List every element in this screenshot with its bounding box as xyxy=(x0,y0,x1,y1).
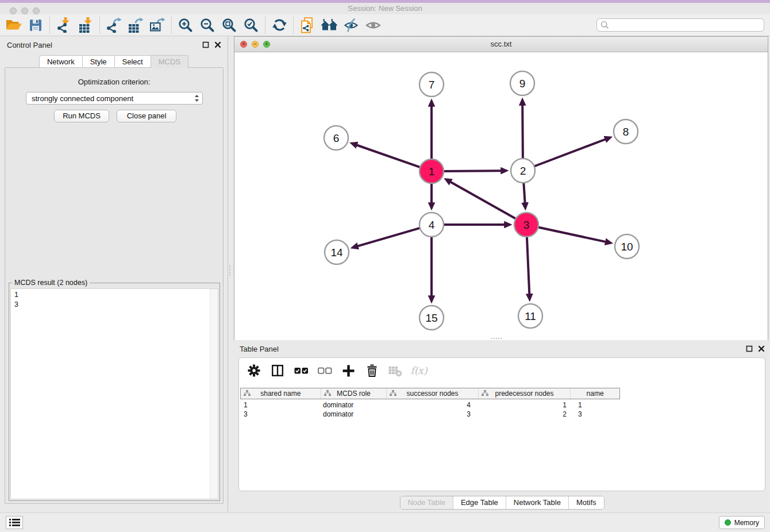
edge-2-8[interactable] xyxy=(534,140,606,167)
split-columns-button[interactable] xyxy=(270,363,286,379)
export-network-button[interactable] xyxy=(103,16,125,34)
search-box[interactable] xyxy=(596,18,764,32)
zoom-in-button[interactable] xyxy=(175,16,197,34)
hide-style-button[interactable] xyxy=(340,16,362,34)
cell-predecessor-nodes[interactable]: 1 xyxy=(479,400,571,410)
delete-column-button[interactable] xyxy=(364,363,380,379)
zoom-in-icon xyxy=(178,18,193,33)
open-folder-icon xyxy=(5,18,22,32)
close-panel-icon[interactable] xyxy=(214,41,222,49)
node-label: 4 xyxy=(429,219,435,231)
zoom-out-button[interactable] xyxy=(197,16,218,34)
node-8[interactable]: 8 xyxy=(614,119,638,144)
node-10[interactable]: 10 xyxy=(615,234,639,259)
edge-1-2[interactable] xyxy=(444,171,501,171)
node-7[interactable]: 7 xyxy=(419,72,444,97)
close-panel-button[interactable]: Close panel xyxy=(117,110,176,122)
memory-button[interactable]: Memory xyxy=(719,516,765,529)
edge-2-9[interactable] xyxy=(522,105,523,159)
node-4[interactable]: 4 xyxy=(419,213,444,237)
add-column-icon xyxy=(342,364,355,377)
cell-shared-name[interactable]: 3 xyxy=(240,410,321,419)
cell-mcds-role[interactable]: dominator xyxy=(321,400,387,410)
tab-style[interactable]: Style xyxy=(83,55,115,68)
refresh-button[interactable] xyxy=(268,16,290,34)
column-header-successor-nodes[interactable]: successor nodes xyxy=(387,388,479,399)
cell-shared-name[interactable]: 1 xyxy=(240,400,321,410)
settings-gear-button[interactable] xyxy=(246,363,262,379)
node-label: 1 xyxy=(429,165,435,178)
table-row[interactable]: 3dominator323 xyxy=(240,410,620,419)
column-header-name[interactable]: name xyxy=(571,388,619,399)
node-11[interactable]: 11 xyxy=(518,304,542,328)
float-table-panel-icon[interactable] xyxy=(745,345,753,353)
node-1[interactable]: 1 xyxy=(419,159,444,183)
cell-successor-nodes[interactable]: 3 xyxy=(387,410,479,419)
edge-3-10[interactable] xyxy=(538,228,606,242)
table-toolbar: f(x) xyxy=(239,358,765,383)
node-2[interactable]: 2 xyxy=(511,159,535,183)
edge-2-3[interactable] xyxy=(523,183,525,203)
clone-network-document-button[interactable] xyxy=(297,16,318,34)
column-header-predecessor-nodes[interactable]: predecessor nodes xyxy=(479,388,571,399)
homes-button[interactable] xyxy=(318,16,340,34)
node-15[interactable]: 15 xyxy=(419,306,444,330)
tab-select[interactable]: Select xyxy=(115,55,151,68)
application-window: Session: New Session Control Panel Netwo… xyxy=(0,0,770,532)
float-panel-icon[interactable] xyxy=(202,41,210,49)
eye-button[interactable] xyxy=(362,16,384,34)
import-table-button[interactable] xyxy=(75,16,97,34)
deselect-all-checkboxes-button[interactable] xyxy=(317,363,333,379)
cell-name[interactable]: 1 xyxy=(571,400,620,410)
edge-1-6[interactable] xyxy=(357,145,420,168)
column-header-mcds-role[interactable]: MCDS role xyxy=(321,388,387,399)
column-header-shared-name[interactable]: shared name xyxy=(241,388,321,399)
add-column-button[interactable] xyxy=(340,363,356,379)
tab-motifs[interactable]: Motifs xyxy=(568,496,604,509)
control-panel: Control Panel NetworkStyleSelectMCDS Opt… xyxy=(0,36,228,512)
mcds-result-item: 1 xyxy=(11,290,218,300)
cell-name[interactable]: 3 xyxy=(571,410,620,419)
node-14[interactable]: 14 xyxy=(325,240,349,264)
edge-3-1[interactable] xyxy=(451,182,516,219)
edge-3-11[interactable] xyxy=(527,237,529,294)
select-stepper-icon xyxy=(194,94,202,102)
cell-successor-nodes[interactable]: 4 xyxy=(387,400,479,410)
tab-node-table[interactable]: Node Table xyxy=(400,496,453,509)
tab-network[interactable]: Network xyxy=(39,55,83,68)
select-all-checkboxes-button[interactable] xyxy=(293,363,309,379)
search-input[interactable] xyxy=(609,21,764,29)
window-title: Session: New Session xyxy=(0,4,770,13)
cell-mcds-role[interactable]: dominator xyxy=(321,410,387,419)
import-network-button[interactable] xyxy=(53,16,75,34)
network-window-header[interactable]: × − + scc.txt xyxy=(234,37,768,52)
export-table-button[interactable] xyxy=(125,16,147,34)
task-history-button[interactable] xyxy=(6,516,23,529)
node-6[interactable]: 6 xyxy=(324,126,348,150)
node-9[interactable]: 9 xyxy=(510,71,534,95)
cell-predecessor-nodes[interactable]: 2 xyxy=(479,410,571,419)
run-mcds-button[interactable]: Run MCDS xyxy=(54,110,109,122)
mcds-result-list[interactable]: 13 xyxy=(10,288,218,499)
zoom-fit-button[interactable] xyxy=(218,16,240,34)
column-hierarchy-icon xyxy=(244,390,251,396)
tab-edge-table[interactable]: Edge Table xyxy=(453,496,506,509)
result-scrollbar[interactable] xyxy=(210,289,218,499)
tab-network-table[interactable]: Network Table xyxy=(506,496,568,509)
vertical-splitter-handle[interactable] xyxy=(229,265,234,276)
select-all-checkboxes-icon xyxy=(294,366,309,375)
save-icon xyxy=(29,18,43,32)
open-folder-button[interactable] xyxy=(3,16,25,34)
close-table-panel-icon[interactable] xyxy=(757,345,765,353)
zoom-check-button[interactable] xyxy=(240,16,262,34)
export-image-button[interactable] xyxy=(147,16,168,34)
network-canvas[interactable]: 7968124314101511 xyxy=(234,52,768,340)
save-button[interactable] xyxy=(25,16,47,34)
node-3[interactable]: 3 xyxy=(514,213,538,237)
tab-mcds[interactable]: MCDS xyxy=(151,55,188,68)
column-header-label: successor nodes xyxy=(406,390,458,398)
memory-status-icon xyxy=(725,519,731,526)
edge-4-14[interactable] xyxy=(358,228,420,246)
criterion-select[interactable]: strongly connected component xyxy=(26,92,203,105)
table-row[interactable]: 1dominator411 xyxy=(240,400,620,410)
